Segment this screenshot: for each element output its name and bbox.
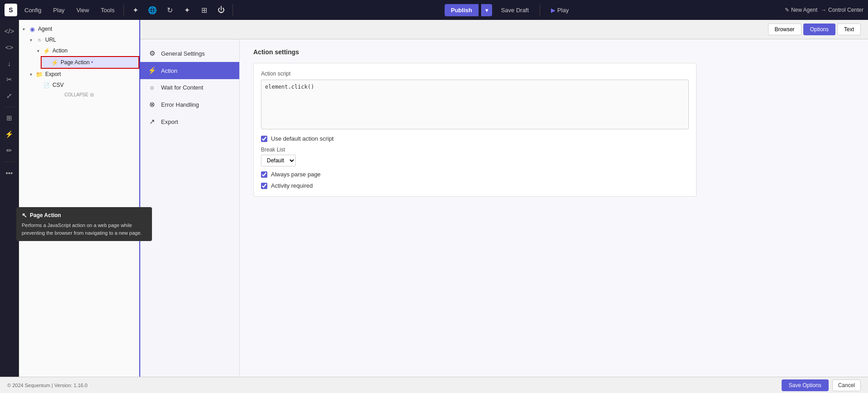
nav-action-label: Action — [161, 67, 177, 74]
sidebar-expand-icon[interactable]: ⤢ — [2, 89, 17, 103]
nav-general-settings-label: General Settings — [161, 50, 205, 57]
nav-wait-label: Wait for Content — [161, 84, 203, 91]
sidebar-scissors-icon[interactable]: ✂ — [2, 72, 17, 87]
activity-required-label[interactable]: Activity required — [271, 182, 313, 189]
sidebar-brush-icon[interactable]: ✏ — [2, 143, 17, 158]
tree-node-csv[interactable]: 📄 CSV — [33, 80, 139, 90]
gear-icon: ⚙ — [147, 49, 157, 57]
tooltip-title: ↖ Page Action — [22, 212, 147, 219]
nav-error-handling[interactable]: ⊗ Error Handling — [140, 96, 239, 113]
action-script-editor[interactable] — [261, 80, 689, 129]
save-draft-button[interactable]: Save Draft — [495, 4, 535, 16]
settings-card: Action script Use default action script … — [253, 63, 697, 197]
globe-icon[interactable]: 🌐 — [146, 3, 159, 17]
sidebar-download-icon[interactable]: ↓ — [2, 56, 17, 71]
tree-node-export[interactable]: ▾ 📁 Export — [26, 69, 139, 80]
tree-label-action: Action — [52, 47, 67, 54]
tree-label-csv: CSV — [52, 82, 64, 88]
nav-action[interactable]: ⚡ Action — [140, 62, 239, 79]
always-parse-label[interactable]: Always parse page — [271, 171, 321, 178]
always-parse-checkbox[interactable] — [261, 171, 267, 178]
sync-icon[interactable]: ↻ — [163, 3, 176, 17]
bottom-bar-buttons: Save Options Cancel — [782, 379, 861, 391]
break-list-label: Break List — [261, 147, 689, 153]
sidebar-code-icon[interactable]: </> — [2, 24, 17, 38]
action-icon: ⚡ — [43, 47, 51, 55]
break-list-select[interactable]: Default — [261, 155, 296, 166]
control-center-icon: → — [821, 7, 826, 13]
tree-panel: ▾ ◉ Agent ▾ ⎋ URL ▾ ⚡ Action ⚡ Page Acti… — [19, 20, 140, 393]
sidebar-dots-icon[interactable]: ••• — [2, 166, 17, 180]
publish-button[interactable]: Publish — [445, 4, 479, 16]
publish-dropdown-button[interactable]: ▾ — [481, 4, 492, 16]
nodes-icon[interactable]: ✦ — [180, 3, 194, 17]
topbar-right: ✎ New Agent → Control Center — [785, 7, 863, 13]
tree-content: ▾ ◉ Agent ▾ ⎋ URL ▾ ⚡ Action ⚡ Page Acti… — [19, 20, 139, 393]
logo-icon: S — [9, 6, 13, 14]
tree-node-url[interactable]: ▾ ⎋ URL — [26, 34, 139, 45]
content-wrapper: Action settings Action script Use defaul… — [240, 39, 868, 206]
use-default-row: Use default action script — [261, 135, 689, 142]
save-options-button[interactable]: Save Options — [782, 379, 829, 391]
sidebar-layers-icon[interactable]: ⊞ — [2, 111, 17, 125]
collapse-button[interactable]: COLLAPSE ⊟ — [19, 90, 139, 99]
control-center-button[interactable]: → Control Center — [821, 7, 863, 13]
bottom-bar: © 2024 Sequentum | Version: 1.16.0 Save … — [0, 377, 868, 393]
tree-node-agent[interactable]: ▾ ◉ Agent — [19, 24, 139, 34]
url-icon: ⎋ — [35, 36, 43, 44]
activity-required-row: Activity required — [261, 182, 689, 189]
tree-label-agent: Agent — [38, 26, 52, 32]
error-icon: ⊗ — [147, 100, 157, 109]
tab-options[interactable]: Options — [803, 24, 835, 35]
collapse-label: COLLAPSE — [65, 92, 89, 97]
nav-view[interactable]: View — [72, 5, 94, 15]
tree-expand-action: ▾ — [37, 48, 43, 53]
topbar-divider-2 — [232, 5, 233, 15]
tree-expand-agent: ▾ — [23, 27, 28, 32]
image-icon[interactable]: ⊞ — [197, 3, 211, 17]
new-agent-button[interactable]: ✎ New Agent — [785, 7, 817, 13]
tree-label-export: Export — [45, 71, 61, 77]
topbar-divider-1 — [123, 5, 124, 15]
nav-play[interactable]: Play — [49, 5, 69, 15]
copyright-text: © 2024 Sequentum | Version: 1.16.0 — [7, 383, 87, 388]
settings-icon[interactable]: ✦ — [128, 3, 142, 17]
sidebar-flash-icon[interactable]: ⚡ — [2, 127, 17, 142]
play-triangle-icon: ▶ — [551, 7, 555, 14]
nav-tools[interactable]: Tools — [96, 5, 119, 15]
page-action-icon: ⚡ — [51, 58, 59, 66]
clock-icon: ○ — [147, 84, 157, 91]
tab-text[interactable]: Text — [837, 24, 861, 35]
use-default-label[interactable]: Use default action script — [271, 135, 334, 142]
always-parse-row: Always parse page — [261, 171, 689, 178]
topbar-divider-3 — [540, 5, 540, 15]
topbar: S Config Play View Tools ✦ 🌐 ↻ ✦ ⊞ ⏻ Pub… — [0, 0, 868, 20]
power-icon[interactable]: ⏻ — [214, 3, 228, 17]
tree-node-action[interactable]: ▾ ⚡ Action — [33, 45, 139, 56]
new-agent-icon: ✎ — [785, 7, 789, 13]
play-button[interactable]: ▶ Play — [545, 4, 575, 16]
tooltip-body: Performs a JavaScript action on a web pa… — [22, 222, 147, 237]
nav-config[interactable]: Config — [20, 5, 46, 15]
nav-general-settings[interactable]: ⚙ General Settings — [140, 45, 239, 62]
use-default-checkbox[interactable] — [261, 136, 267, 142]
new-agent-label: New Agent — [791, 7, 817, 13]
sidebar-tag-icon[interactable]: <> — [2, 40, 17, 54]
tree-expand-export: ▾ — [30, 72, 35, 77]
nav-content-row: ⚙ General Settings ⚡ Action ○ Wait for C… — [140, 39, 868, 393]
content-area: Action settings Action script Use defaul… — [240, 39, 868, 393]
tooltip-cursor-icon: ↖ — [22, 212, 27, 219]
activity-required-checkbox[interactable] — [261, 183, 267, 189]
section-title: Action settings — [253, 48, 854, 56]
right-tabs-bar: Browser Options Text — [140, 20, 868, 39]
nav-export[interactable]: ↗ Export — [140, 113, 239, 130]
nav-wait-for-content[interactable]: ○ Wait for Content — [140, 79, 239, 96]
tree-node-page-action[interactable]: ⚡ Page Action — [41, 56, 139, 69]
cancel-button[interactable]: Cancel — [832, 379, 861, 391]
nav-error-label: Error Handling — [161, 101, 199, 108]
nav-export-icon: ↗ — [147, 118, 157, 126]
nav-export-label: Export — [161, 118, 178, 125]
tab-browser[interactable]: Browser — [768, 24, 802, 35]
right-section: Browser Options Text ⚙ General Settings … — [140, 20, 868, 393]
export-folder-icon: 📁 — [35, 70, 43, 78]
